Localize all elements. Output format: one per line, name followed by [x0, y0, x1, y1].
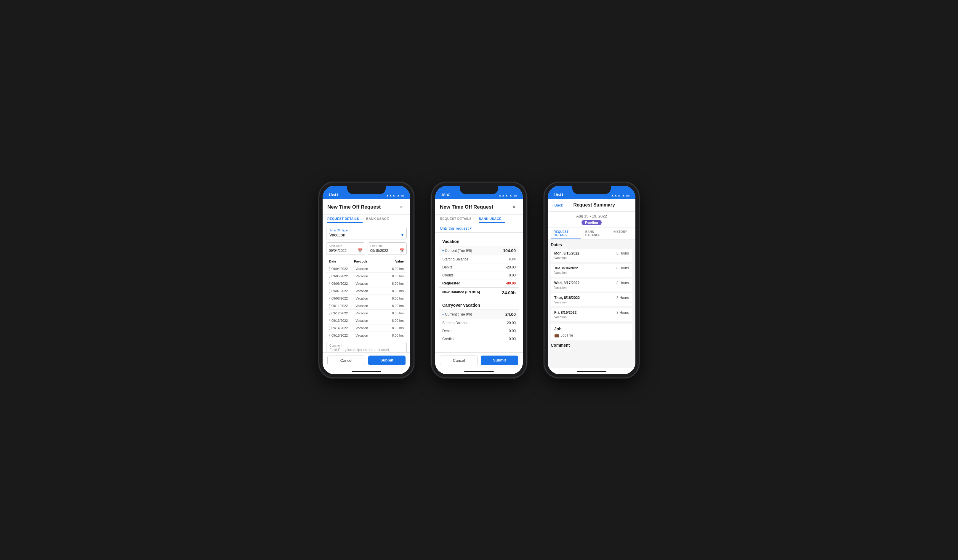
cell-value: 8.00 hrs — [380, 319, 404, 322]
cell-value: 8.00 hrs — [380, 311, 404, 315]
home-indicator-1 — [352, 371, 381, 372]
battery-icon-2: ▬ — [514, 194, 517, 197]
new-balance-value: 24.00h — [502, 290, 516, 295]
end-date-value: 09/15/2022 — [370, 249, 388, 253]
end-date-label: End Date — [370, 244, 404, 248]
requested-label: Requested — [442, 281, 460, 286]
end-date-calendar-icon: 📅 — [399, 248, 404, 253]
table-row: ⋮ 09/07/2022 Vacation 8.00 hrs — [326, 287, 407, 295]
submit-button-1[interactable]: Submit — [368, 355, 406, 365]
chevron-left-icon: ‹ — [552, 203, 554, 208]
date-entry-date-3: Wed, 8/17/2022 — [554, 281, 579, 285]
job-title-text: JobTitle — [561, 333, 573, 338]
date-entry-hours-1: 8 Hours — [617, 251, 629, 255]
wifi-icon-1: ▲ — [397, 194, 400, 197]
status-time-2: 18:41 — [441, 193, 451, 197]
close-button-1[interactable]: × — [397, 203, 406, 211]
wifi-icon-2: ▲ — [509, 194, 512, 197]
cell-date: 09/08/2022 — [331, 297, 355, 300]
summary-tabs: REQUEST DETAILS BANK BALANCE HISTORY — [548, 228, 635, 240]
cell-value: 8.00 hrs — [380, 274, 404, 278]
cancel-button-1[interactable]: Cancel — [327, 355, 365, 365]
cell-paycode: Vacation — [355, 289, 379, 293]
cell-paycode: Vacation — [355, 311, 379, 315]
tab-history[interactable]: HISTORY — [611, 228, 630, 239]
tab-bank-usage-2[interactable]: BANK USAGE — [479, 214, 505, 223]
home-bar-2 — [435, 368, 523, 374]
tabs-bar-1: REQUEST DETAILS BANK USAGE — [323, 214, 410, 223]
row-handle: ⋮ — [327, 267, 331, 271]
date-entry-hours-4: 8 Hours — [617, 296, 629, 300]
tab-bank-balance[interactable]: BANK BALANCE — [583, 228, 609, 239]
phone1-frame: 18:41 ▲▲▲ ▲ ▬ New Time Off Request × — [319, 182, 414, 378]
carryover-debits-value: 0.00 — [509, 329, 516, 333]
cell-value: 8.00 hrs — [380, 304, 404, 308]
submit-button-2[interactable]: Submit — [481, 355, 518, 365]
home-indicator-2 — [464, 371, 494, 372]
comment-field[interactable]: Comment Field Entry lorem ipsum dolor si… — [326, 342, 407, 352]
table-row: ⋮ 09/14/2022 Vacation 8.00 hrs — [326, 324, 407, 332]
cell-paycode: Vacation — [355, 334, 379, 337]
home-indicator-3 — [577, 371, 606, 372]
time-off-type-field[interactable]: Time Off Type Vacation ▾ — [326, 227, 407, 240]
battery-icon-3: ▬ — [626, 194, 630, 197]
tab-request-details-2[interactable]: REQUEST DETAILS — [440, 214, 475, 223]
back-button[interactable]: ‹ Back — [552, 203, 563, 208]
more-options-button[interactable]: ⋮ — [625, 202, 631, 208]
status-time-1: 18:41 — [328, 193, 338, 197]
chevron-down-icon-2: ▾ — [442, 313, 444, 316]
phones-container: 18:41 ▲▲▲ ▲ ▬ New Time Off Request × — [319, 182, 639, 378]
vacation-current-value: 104.00 — [503, 248, 516, 253]
table-row: ⋮ 09/05/2022 Vacation 8.00 hrs — [326, 273, 407, 280]
table-row: ⋮ 09/04/2022 Vacation 8.00 hrs — [326, 265, 407, 273]
carryover-credits-row: Credits 0.00 — [439, 335, 519, 343]
requested-value: -80.00 — [506, 281, 516, 286]
phone1-wrapper: 18:41 ▲▲▲ ▲ ▬ New Time Off Request × — [319, 182, 414, 378]
scroll-area-1[interactable]: Time Off Type Vacation ▾ Start Date 09/0… — [323, 223, 410, 352]
cell-date: 09/14/2022 — [331, 326, 355, 330]
comment-label: Comment — [329, 344, 403, 347]
end-date-field[interactable]: End Date 09/15/2022 📅 — [368, 243, 407, 255]
tab-request-details-3[interactable]: REQUEST DETAILS — [551, 228, 581, 239]
carryover-credits-label: Credits — [442, 337, 454, 341]
footer-buttons-1: Cancel Submit — [323, 352, 410, 368]
app-header-1: New Time Off Request × — [323, 199, 410, 214]
date-entry-3: Wed, 8/17/2022 Vacation 8 Hours — [551, 279, 633, 292]
col-paycode: Paycode — [354, 260, 379, 263]
signal-icon-2: ▲▲▲ — [498, 194, 508, 197]
wifi-icon-3: ▲ — [622, 194, 625, 197]
cancel-button-2[interactable]: Cancel — [440, 355, 478, 365]
phone3-wrapper: 18:41 ▲▲▲ ▲ ▬ ‹ Back Request Summary — [544, 182, 639, 378]
debits-label: Debits — [442, 265, 452, 269]
status-badge: Pending — [582, 220, 601, 225]
date-entry-date-1: Mon, 8/15/2022 — [554, 251, 579, 255]
carryover-debits-label: Debits — [442, 329, 452, 333]
carryover-debits-row: Debits 0.00 — [439, 327, 519, 335]
summary-scroll-area[interactable]: Dates Mon, 8/15/2022 Vacation 8 Hours Tu… — [548, 240, 635, 368]
date-entry-type-1: Vacation — [554, 256, 579, 260]
cell-value: 8.00 hrs — [380, 282, 404, 286]
cell-date: 09/13/2022 — [331, 319, 355, 322]
bank-filter-dropdown[interactable]: Until this request ▾ — [435, 223, 523, 233]
cell-paycode: Vacation — [355, 326, 379, 330]
dates-section-title: Dates — [551, 243, 633, 247]
comment-section-title: Comment — [551, 343, 633, 347]
close-button-2[interactable]: × — [510, 203, 518, 211]
date-entry-type-2: Vacation — [554, 271, 578, 274]
phone2-notch — [460, 186, 498, 194]
date-entry-date-5: Fri, 8/19/2022 — [554, 311, 576, 315]
carryover-current-label: ▾ Current (Tue 9/6) — [442, 312, 472, 316]
tab-request-details-1[interactable]: REQUEST DETAILS — [327, 214, 363, 223]
phone3-frame: 18:41 ▲▲▲ ▲ ▬ ‹ Back Request Summary — [544, 182, 639, 378]
start-date-field[interactable]: Start Date 09/04/2022 📅 — [326, 243, 365, 255]
job-section: Job 💼 JobTitle — [551, 324, 633, 340]
tab-bank-usage-1[interactable]: BANK USAGE — [366, 214, 392, 223]
date-range-section: Aug 15 - 19, 2022 Pending — [548, 211, 635, 228]
cell-date: 09/06/2022 — [331, 282, 355, 286]
date-row: Start Date 09/04/2022 📅 End Date 09/15/2… — [326, 243, 407, 255]
start-date-label: Start Date — [329, 244, 363, 248]
scroll-area-2[interactable]: Vacation ▾ Current (Tue 9/6) 104.00 Star… — [435, 233, 523, 352]
entries-table: Date Paycode Value ⋮ 09/04/2022 Vacation… — [326, 258, 407, 339]
vacation-current-label: ▾ Current (Tue 9/6) — [442, 249, 472, 253]
vacation-bank-section: Vacation ▾ Current (Tue 9/6) 104.00 Star… — [439, 236, 519, 297]
